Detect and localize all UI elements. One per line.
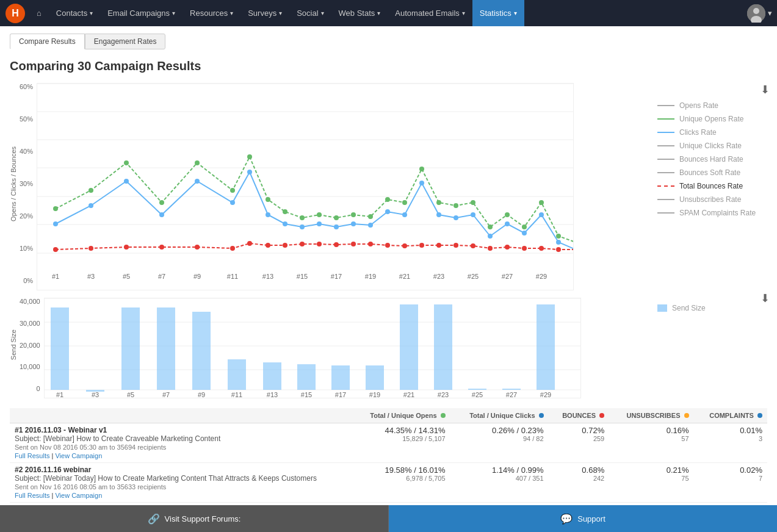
svg-point-38 [53, 221, 58, 226]
tab-compare-results[interactable]: Compare Results [10, 34, 85, 49]
chevron-down-icon: ▾ [90, 10, 93, 16]
view-campaign-link[interactable]: View Campaign [55, 452, 102, 459]
svg-point-83 [471, 200, 475, 205]
bar-chart-svg: #1 #3 #5 #7 #9 #11 #13 #15 #17 #19 #21 #… [44, 298, 581, 398]
svg-point-34 [522, 246, 527, 251]
svg-point-88 [556, 234, 561, 239]
svg-point-19 [266, 243, 270, 248]
svg-rect-117 [297, 364, 316, 390]
svg-point-69 [230, 188, 235, 193]
svg-point-73 [300, 215, 305, 220]
home-nav[interactable]: ⌂ [29, 0, 49, 26]
view-campaign-link[interactable]: View Campaign [55, 492, 102, 499]
opens-rate: 19.58% / 16.01% [355, 466, 445, 475]
svg-text:#9: #9 [193, 273, 201, 280]
svg-point-29 [436, 243, 441, 248]
svg-point-25 [368, 242, 373, 246]
svg-point-33 [505, 245, 510, 250]
download-bar-chart-button[interactable]: ⬇ [761, 292, 770, 305]
navbar: H ⌂ Contacts ▾ Email Campaigns ▾ Resourc… [0, 0, 777, 26]
svg-point-49 [334, 225, 339, 229]
opens-sub: 15,829 / 5,107 [355, 435, 445, 442]
svg-point-68 [195, 160, 200, 165]
complaints-cell: 0.01% 3 [694, 423, 767, 463]
nav-social[interactable]: Social ▾ [289, 0, 331, 26]
logo: H [5, 3, 26, 24]
svg-text:#21: #21 [399, 273, 410, 280]
svg-text:#23: #23 [433, 273, 444, 280]
svg-text:#9: #9 [198, 391, 205, 398]
campaign-sent: Sent on Nov 16 2016 08:05 am to 35633 re… [15, 483, 166, 491]
svg-text:#13: #13 [266, 391, 277, 398]
col-total-unique-clicks: Total / Unique Clicks [450, 408, 549, 423]
opens-cell: 44.35% / 14.31% 15,829 / 5,107 [350, 423, 450, 463]
nav-web-stats[interactable]: Web Stats ▾ [331, 0, 388, 26]
svg-point-51 [368, 223, 373, 228]
line-chart-y-label: Opens / Clicks / Bounces [10, 146, 17, 221]
bar-chart-legend: Send Size [657, 298, 767, 317]
nav-resources[interactable]: Resources ▾ [183, 0, 240, 26]
download-line-chart-button[interactable]: ⬇ [761, 83, 770, 96]
chevron-down-icon: ▾ [279, 10, 282, 16]
clicks-dot [539, 413, 544, 418]
svg-point-47 [300, 225, 305, 229]
svg-point-75 [334, 215, 339, 220]
svg-text:#17: #17 [331, 273, 342, 280]
campaign-subject: Subject: [Webinar Today] How to Create M… [15, 474, 317, 483]
nav-email-campaigns[interactable]: Email Campaigns ▾ [100, 0, 183, 26]
svg-point-62 [556, 240, 561, 245]
support-bar: 🔗 Visit Support Forums: 💬 Support [0, 505, 777, 532]
chevron-down-icon: ▾ [377, 10, 380, 16]
nav-contacts[interactable]: Contacts ▾ [49, 0, 100, 26]
campaign-name: 2016.11.03 - Webinar v1 [25, 426, 107, 434]
complaints-sub: 3 [699, 435, 762, 442]
campaign-info-cell: #2 2016.11.16 webinar Subject: [Webinar … [10, 463, 350, 503]
bounces-sub: 259 [554, 435, 605, 442]
opens-rate: 44.35% / 14.31% [355, 426, 445, 435]
unsubs-sub: 75 [614, 475, 688, 482]
svg-point-22 [317, 242, 322, 246]
svg-point-65 [89, 188, 93, 193]
nav-surveys[interactable]: Surveys ▾ [240, 0, 289, 26]
chevron-down-icon: ▾ [514, 10, 517, 16]
campaign-number: #2 [15, 466, 23, 474]
svg-text:#25: #25 [468, 273, 479, 280]
svg-rect-118 [331, 365, 350, 390]
svg-text:#11: #11 [227, 273, 238, 280]
legend-item-total-bounces-rate: Total Bounces Rate [657, 182, 767, 190]
unsubs-rate: 0.16% [614, 426, 688, 435]
tab-engagement-rates[interactable]: Engagement Rates [85, 34, 166, 49]
legend-line [657, 212, 674, 214]
nav-automated-emails[interactable]: Automated Emails ▾ [388, 0, 472, 26]
svg-point-55 [436, 212, 441, 217]
svg-text:#5: #5 [123, 273, 130, 280]
support-icon: 💬 [560, 513, 573, 525]
line-chart-section: Opens / Clicks / Bounces 60% 50% 40% 30%… [10, 83, 767, 290]
legend-item-unique-opens-rate: Unique Opens Rate [657, 115, 767, 123]
svg-point-15 [159, 245, 164, 250]
svg-point-24 [351, 242, 356, 246]
support-button[interactable]: 💬 Support [389, 505, 777, 532]
svg-point-3 [753, 8, 759, 14]
svg-point-44 [247, 170, 252, 174]
full-results-link[interactable]: Full Results [15, 452, 49, 459]
unsubs-rate: 0.21% [614, 466, 688, 475]
avatar[interactable] [747, 4, 765, 23]
complaints-cell: 0.02% 7 [694, 463, 767, 503]
main-content: Compare Results Engagement Rates Compari… [0, 26, 777, 532]
svg-point-85 [505, 212, 510, 217]
svg-point-84 [488, 225, 493, 229]
nav-statistics[interactable]: Statistics ▾ [472, 0, 524, 26]
svg-point-66 [124, 160, 129, 165]
svg-point-18 [247, 241, 252, 246]
svg-point-71 [266, 197, 270, 202]
svg-point-59 [505, 221, 510, 226]
svg-point-45 [266, 212, 270, 217]
svg-point-74 [317, 212, 322, 217]
full-results-link[interactable]: Full Results [15, 492, 49, 499]
chevron-down-icon: ▾ [768, 9, 772, 18]
svg-text:#13: #13 [262, 273, 273, 280]
svg-point-87 [539, 200, 544, 205]
visit-support-forums-button[interactable]: 🔗 Visit Support Forums: [0, 505, 389, 532]
unsubs-cell: 0.21% 75 [609, 463, 693, 503]
